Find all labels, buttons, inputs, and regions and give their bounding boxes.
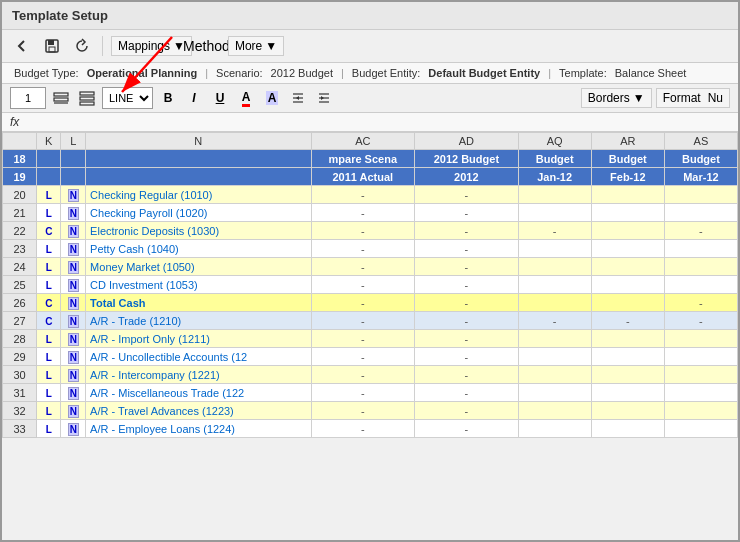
cell-ar[interactable] xyxy=(591,240,664,258)
cell-k[interactable]: L xyxy=(37,186,61,204)
refresh-button[interactable] xyxy=(70,34,94,58)
cell-ar[interactable] xyxy=(591,258,664,276)
cell-n[interactable]: Electronic Deposits (1030) xyxy=(86,222,311,240)
cell-ar[interactable] xyxy=(591,348,664,366)
cell-aq[interactable] xyxy=(518,366,591,384)
table-row[interactable]: 27CNA/R - Trade (1210)----- xyxy=(3,312,738,330)
cell-ad[interactable]: - xyxy=(415,312,519,330)
cell-aq[interactable]: - xyxy=(518,222,591,240)
bold-button[interactable]: B xyxy=(157,87,179,109)
cell-l[interactable]: N xyxy=(61,240,86,258)
cell-n[interactable]: A/R - Miscellaneous Trade (122 xyxy=(86,384,311,402)
cell-ac[interactable]: - xyxy=(311,222,415,240)
cell-aq[interactable] xyxy=(518,348,591,366)
cell-n[interactable]: A/R - Travel Advances (1223) xyxy=(86,402,311,420)
table-row[interactable]: 21LNChecking Payroll (1020)-- xyxy=(3,204,738,222)
cell-ad[interactable]: - xyxy=(415,420,519,438)
cell-aq[interactable] xyxy=(518,330,591,348)
cell-l[interactable]: N xyxy=(61,330,86,348)
cell-ac[interactable]: - xyxy=(311,204,415,222)
more-dropdown[interactable]: More ▼ xyxy=(228,36,284,56)
cell-k[interactable]: L xyxy=(37,330,61,348)
cell-l[interactable]: N xyxy=(61,366,86,384)
table-row[interactable]: 29LNA/R - Uncollectible Accounts (12-- xyxy=(3,348,738,366)
cell-n[interactable]: A/R - Import Only (1211) xyxy=(86,330,311,348)
table-row[interactable]: 192011 Actual2012Jan-12Feb-12Mar-12 xyxy=(3,168,738,186)
indent-dec-button[interactable] xyxy=(287,87,309,109)
format-dropdown[interactable]: Format Nu xyxy=(656,88,730,108)
methods-button[interactable]: Methods xyxy=(198,34,222,58)
cell-as[interactable] xyxy=(664,366,737,384)
back-button[interactable] xyxy=(10,34,34,58)
cell-ar[interactable] xyxy=(591,204,664,222)
cell-n[interactable]: Total Cash xyxy=(86,294,311,312)
table-row[interactable]: 25LNCD Investment (1053)-- xyxy=(3,276,738,294)
cell-l[interactable] xyxy=(61,168,86,186)
cell-l[interactable]: N xyxy=(61,186,86,204)
cell-l[interactable]: N xyxy=(61,222,86,240)
cell-as[interactable] xyxy=(664,384,737,402)
cell-ad[interactable]: - xyxy=(415,366,519,384)
cell-l[interactable]: N xyxy=(61,420,86,438)
cell-ar[interactable] xyxy=(591,384,664,402)
cell-ac[interactable]: - xyxy=(311,348,415,366)
cell-ad[interactable]: 2012 xyxy=(415,168,519,186)
cell-l[interactable]: N xyxy=(61,258,86,276)
cell-l[interactable]: N xyxy=(61,204,86,222)
save-button[interactable] xyxy=(40,34,64,58)
cell-l[interactable]: N xyxy=(61,312,86,330)
cell-as[interactable] xyxy=(664,240,737,258)
cell-ad[interactable]: - xyxy=(415,276,519,294)
table-row[interactable]: 31LNA/R - Miscellaneous Trade (122-- xyxy=(3,384,738,402)
cell-aq[interactable]: Budget xyxy=(518,150,591,168)
cell-ar[interactable] xyxy=(591,186,664,204)
table-row[interactable]: 23LNPetty Cash (1040)-- xyxy=(3,240,738,258)
cell-k[interactable]: L xyxy=(37,384,61,402)
cell-as[interactable] xyxy=(664,186,737,204)
cell-k[interactable]: L xyxy=(37,240,61,258)
cell-ac[interactable]: - xyxy=(311,384,415,402)
table-row[interactable]: 30LNA/R - Intercompany (1221)-- xyxy=(3,366,738,384)
cell-l[interactable]: N xyxy=(61,276,86,294)
underline-button[interactable]: U xyxy=(209,87,231,109)
table-row[interactable]: 33LNA/R - Employee Loans (1224)-- xyxy=(3,420,738,438)
borders-dropdown[interactable]: Borders ▼ xyxy=(581,88,652,108)
cell-ar[interactable]: Feb-12 xyxy=(591,168,664,186)
cell-aq[interactable] xyxy=(518,420,591,438)
cell-ar[interactable] xyxy=(591,420,664,438)
cell-ar[interactable] xyxy=(591,222,664,240)
cell-ac[interactable]: - xyxy=(311,186,415,204)
cell-l[interactable]: N xyxy=(61,402,86,420)
cell-ar[interactable]: Budget xyxy=(591,150,664,168)
cell-n[interactable]: A/R - Trade (1210) xyxy=(86,312,311,330)
cell-l[interactable]: N xyxy=(61,294,86,312)
cell-as[interactable]: Budget xyxy=(664,150,737,168)
cell-n[interactable]: A/R - Uncollectible Accounts (12 xyxy=(86,348,311,366)
cell-aq[interactable] xyxy=(518,384,591,402)
cell-k[interactable]: L xyxy=(37,204,61,222)
cell-ad[interactable]: - xyxy=(415,204,519,222)
cell-l[interactable]: N xyxy=(61,384,86,402)
table-row[interactable]: 20LNChecking Regular (1010)-- xyxy=(3,186,738,204)
cell-as[interactable]: - xyxy=(664,312,737,330)
cell-ac[interactable]: - xyxy=(311,294,415,312)
cell-ac[interactable]: - xyxy=(311,240,415,258)
cell-ar[interactable] xyxy=(591,366,664,384)
cell-n[interactable] xyxy=(86,168,311,186)
cell-ac[interactable]: mpare Scena xyxy=(311,150,415,168)
cell-ad[interactable]: - xyxy=(415,348,519,366)
cell-ad[interactable]: - xyxy=(415,186,519,204)
cell-ad[interactable]: 2012 Budget xyxy=(415,150,519,168)
cell-n[interactable] xyxy=(86,150,311,168)
italic-button[interactable]: I xyxy=(183,87,205,109)
bg-color-button[interactable]: A xyxy=(261,87,283,109)
cell-l[interactable] xyxy=(61,150,86,168)
table-row[interactable]: 24LNMoney Market (1050)-- xyxy=(3,258,738,276)
cell-as[interactable] xyxy=(664,420,737,438)
cell-ac[interactable]: - xyxy=(311,330,415,348)
font-color-button[interactable]: A xyxy=(235,87,257,109)
cell-k[interactable]: L xyxy=(37,276,61,294)
cell-k[interactable] xyxy=(37,150,61,168)
cell-k[interactable]: L xyxy=(37,420,61,438)
cell-k[interactable]: C xyxy=(37,312,61,330)
